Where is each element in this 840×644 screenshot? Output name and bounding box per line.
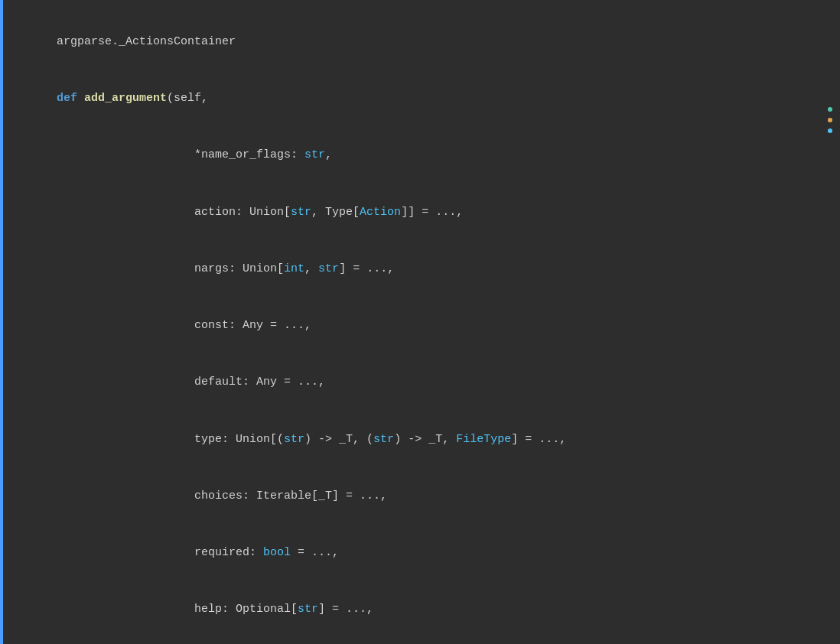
param-type: type: Union[(str) -> _T, (str) -> _T, Fi… [15, 411, 825, 468]
main-container: argparse._ActionsContainer def add_argum… [0, 0, 840, 644]
left-accent-bar [0, 0, 3, 644]
class-name-line: argparse._ActionsContainer [15, 14, 825, 70]
def-keyword: def [57, 92, 84, 105]
dot-teal [828, 107, 832, 112]
param-name-or-flags: *name_or_flags: str, [15, 128, 825, 184]
param-nargs: nargs: Union[int, str] = ..., [15, 241, 825, 298]
code-block-top: argparse._ActionsContainer def add_argum… [0, 0, 840, 644]
param-default: default: Any = ..., [15, 355, 825, 411]
status-dots [828, 107, 832, 133]
param-const: const: Any = ..., [15, 298, 825, 354]
param-metavar: metavar: Union[str, Tuple[str, ...], Non… [15, 639, 825, 644]
def-line: def add_argument(self, [15, 70, 825, 127]
param-required: required: bool = ..., [15, 525, 825, 581]
param-help: help: Optional[str] = ..., [15, 582, 825, 639]
dot-orange [828, 118, 832, 122]
param-choices: choices: Iterable[_T] = ..., [15, 468, 825, 525]
class-name-text: argparse._ActionsContainer [57, 35, 236, 48]
def-paren: (self, [167, 92, 208, 105]
func-name: add_argument [84, 92, 167, 105]
dot-blue [828, 128, 832, 133]
param-action: action: Union[str, Type[Action]] = ..., [15, 184, 825, 241]
